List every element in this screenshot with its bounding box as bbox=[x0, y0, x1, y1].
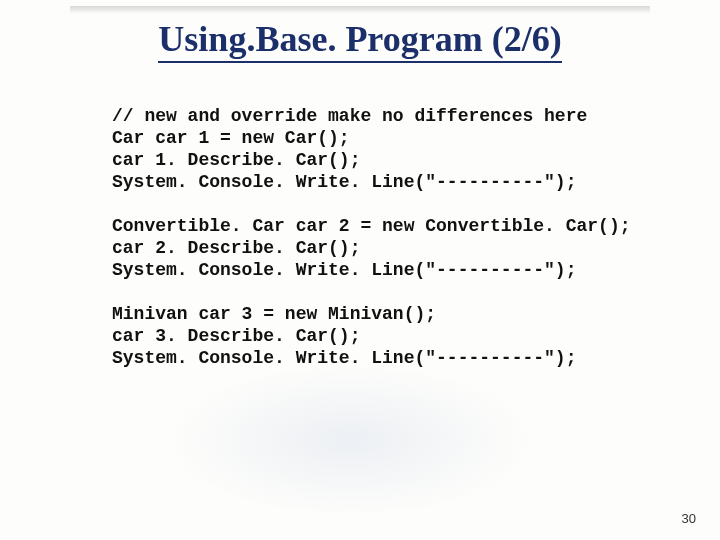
code-block-3: Minivan car 3 = new Minivan(); car 3. De… bbox=[112, 304, 576, 368]
code-block-1: // new and override make no differences … bbox=[112, 106, 587, 192]
slide-title: Using.Base. Program (2/6) bbox=[0, 18, 720, 60]
code-area: // new and override make no differences … bbox=[112, 105, 630, 369]
page-number: 30 bbox=[682, 511, 696, 526]
slide-title-text: Using.Base. Program (2/6) bbox=[158, 19, 561, 63]
code-block-2: Convertible. Car car 2 = new Convertible… bbox=[112, 216, 630, 280]
top-shadow bbox=[70, 6, 650, 14]
slide: Using.Base. Program (2/6) // new and ove… bbox=[0, 0, 720, 540]
